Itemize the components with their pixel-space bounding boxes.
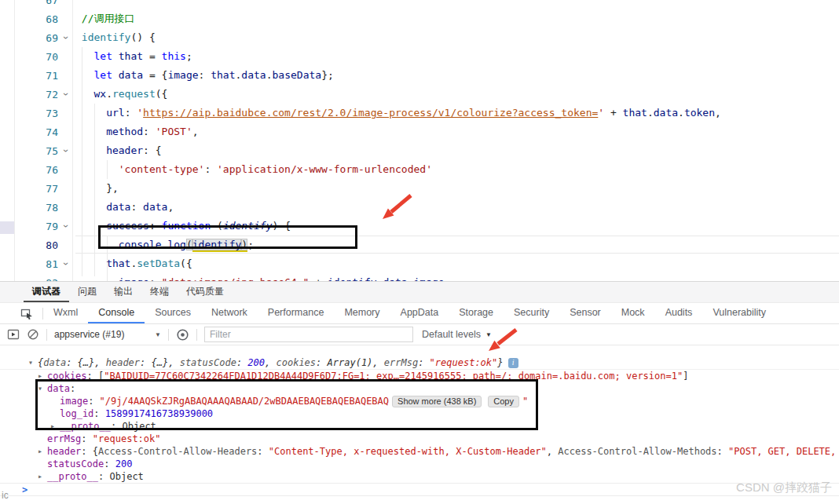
code-token: data xyxy=(143,201,167,213)
log-levels-dropdown[interactable]: Default levels ▼ xyxy=(422,329,492,340)
fold-chevron-icon[interactable]: › xyxy=(60,146,71,156)
line-number: 81 xyxy=(46,258,58,270)
gutter-divider xyxy=(72,0,73,281)
tab-audits[interactable]: Audits xyxy=(655,303,703,323)
code-token: let xyxy=(93,69,112,81)
expand-toggle-icon[interactable]: ▸ xyxy=(38,470,47,483)
toolbar-separator xyxy=(196,329,197,341)
code-token: ( xyxy=(186,239,192,250)
panel-tab-problems[interactable]: 问题 xyxy=(69,282,105,302)
expand-toggle-icon[interactable]: ▾ xyxy=(28,356,38,369)
console-token: , xyxy=(547,445,558,458)
code-token: identify xyxy=(82,31,131,43)
console-token: Access-Control-Allow-Methods xyxy=(558,445,716,458)
fold-chevron-icon[interactable]: › xyxy=(60,221,71,232)
tab-security[interactable]: Security xyxy=(504,303,559,323)
code-token: , xyxy=(167,201,174,213)
gutter-row: 79› xyxy=(16,217,72,236)
fold-chevron-icon[interactable]: › xyxy=(60,89,71,100)
tab-console[interactable]: Console xyxy=(88,303,145,323)
console-prompt-row[interactable]: > xyxy=(0,483,839,496)
code-token: ; xyxy=(186,50,192,62)
code-token: console xyxy=(119,239,162,250)
code-token xyxy=(75,107,106,119)
expand-toggle-icon[interactable]: ▸ xyxy=(50,420,60,433)
fold-chevron-icon[interactable]: › xyxy=(60,259,71,269)
code-token: = xyxy=(143,50,161,62)
show-more-button[interactable]: Show more (438 kB) xyxy=(392,396,482,407)
console-token: __proto__ xyxy=(47,470,98,483)
code-token: wx xyxy=(93,88,106,100)
code-token: ; xyxy=(247,239,254,250)
console-token: Access-Control-Allow-Headers xyxy=(98,445,257,458)
toolbar-separator xyxy=(46,329,47,341)
console-token: , xyxy=(265,356,276,369)
console-token: "BAIDUID=77C60C7342264FDA1D12DB4A44D9F6D… xyxy=(104,370,683,382)
console-token: { xyxy=(38,356,43,369)
code-token xyxy=(112,69,119,81)
tab-sensor[interactable]: Sensor xyxy=(559,303,611,323)
console-token: header xyxy=(47,445,81,458)
copy-button[interactable]: Copy xyxy=(488,396,519,407)
gutter-row: 67› xyxy=(16,0,72,9)
code-line: url: 'https://aip.baidubce.com/rest/2.0/… xyxy=(75,104,721,122)
tab-storage[interactable]: Storage xyxy=(449,303,504,323)
expand-toggle-icon[interactable]: ▸ xyxy=(38,445,47,458)
code-token xyxy=(75,163,119,175)
sidebar-toggle-button[interactable] xyxy=(7,329,20,341)
code-token: = { xyxy=(143,69,167,81)
console-token: 200 xyxy=(247,356,265,369)
code-token: method xyxy=(106,126,143,137)
code-token: 'application/x-www-form-urlencoded' xyxy=(217,163,432,175)
gutter-row: 74› xyxy=(16,122,72,141)
expand-toggle-icon[interactable]: ▾ xyxy=(38,382,47,395)
inspect-element-button[interactable] xyxy=(0,303,42,323)
code-token: 'content-type' xyxy=(119,163,205,175)
console-row: ▸__proto__: Object xyxy=(0,420,839,433)
current-line-margin-marker xyxy=(0,221,14,234)
chevron-down-icon: ▼ xyxy=(485,331,492,338)
code-editor: 67›68›69›70›71›72›73›74›75›76›77›78›79›8… xyxy=(0,0,839,281)
tab-memory[interactable]: Memory xyxy=(334,303,390,323)
tab-mock[interactable]: Mock xyxy=(611,303,655,323)
line-number: 73 xyxy=(46,108,58,119)
console-token: : xyxy=(717,445,728,458)
panel-tab-debugger[interactable]: 调试器 xyxy=(24,282,69,302)
fold-chevron-icon[interactable]: › xyxy=(60,33,71,43)
console-token: header xyxy=(106,356,140,369)
chevron-down-icon: ▼ xyxy=(155,331,161,338)
eye-button[interactable] xyxy=(176,328,189,341)
tab-wxml[interactable]: Wxml xyxy=(43,303,88,323)
panel-tab-terminal[interactable]: 终端 xyxy=(141,282,178,302)
tab-performance[interactable]: Performance xyxy=(258,303,335,323)
console-token: : {…}, xyxy=(140,356,180,369)
console-prompt-chevron: > xyxy=(22,484,27,495)
panel-tab-output[interactable]: 输出 xyxy=(105,282,141,302)
clear-console-button[interactable] xyxy=(27,328,39,341)
code-line: that.setData({ xyxy=(75,254,192,273)
code-token xyxy=(75,126,106,137)
console-token: 200 xyxy=(115,458,133,470)
expand-toggle-icon[interactable]: ▸ xyxy=(38,370,47,382)
console-token: "request:ok" xyxy=(430,356,498,369)
execution-context-dropdown[interactable]: appservice (#19) ▼ xyxy=(54,329,161,340)
code-token: this xyxy=(162,50,186,62)
devtools-window: 67›68›69›70›71›72›73›74›75›76›77›78›79›8… xyxy=(0,0,839,504)
code-token xyxy=(75,257,106,269)
info-icon[interactable]: i xyxy=(508,358,518,368)
code-token xyxy=(75,201,106,213)
filter-input[interactable] xyxy=(204,327,413,342)
code-token: that xyxy=(623,107,647,119)
tab-sources[interactable]: Sources xyxy=(145,303,201,323)
code-token: ) { xyxy=(273,220,291,232)
code-token xyxy=(75,13,82,24)
tab-appdata[interactable]: AppData xyxy=(390,303,449,323)
code-token: log xyxy=(167,239,185,250)
tab-network[interactable]: Network xyxy=(201,303,258,323)
tab-vulnerability[interactable]: Vulnerability xyxy=(702,303,776,323)
line-number: 70 xyxy=(46,51,58,63)
gutter-row: 72› xyxy=(16,85,72,104)
code-token: identify xyxy=(192,239,242,252)
console-token: cookies xyxy=(47,370,87,382)
panel-tab-code-quality[interactable]: 代码质量 xyxy=(178,282,233,302)
